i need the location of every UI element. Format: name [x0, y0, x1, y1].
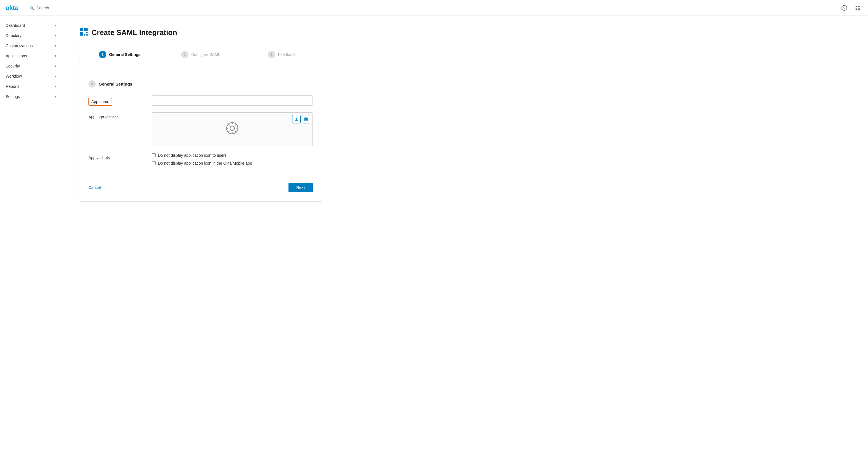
logo-upload-buttons	[292, 115, 310, 123]
svg-rect-3	[858, 6, 860, 7]
search-input[interactable]	[36, 6, 163, 10]
sidebar-item-customizations[interactable]: Customizations ▾	[0, 41, 62, 51]
sidebar-label-security: Security	[6, 64, 20, 68]
step-label-3: Feedback	[278, 52, 295, 57]
chevron-icon-applications: ▾	[55, 54, 56, 58]
step-num-2: 2	[181, 51, 188, 58]
checkbox-row-2: Do not display application icon in the O…	[152, 161, 313, 165]
sidebar-label-applications: Applications	[6, 54, 27, 58]
svg-rect-6	[80, 28, 83, 31]
chevron-icon-settings: ▾	[55, 95, 56, 99]
app-logo-field: App logo (optional)	[88, 113, 313, 146]
checkbox-label-1: Do not display application icon to users	[158, 153, 227, 158]
app-name-field: App name	[88, 95, 313, 106]
app-logo-optional: (optional)	[105, 115, 120, 119]
step-general-settings: 1 General Settings	[80, 46, 160, 63]
okta-logo: okta	[6, 4, 18, 11]
app-visibility-field: App visibility Do not display applicatio…	[88, 153, 313, 169]
main-layout: Dashboard ▾ Directory ▾ Customizations ▾…	[0, 16, 868, 475]
page-title: Create SAML Integration	[92, 28, 177, 37]
app-logo-input-col	[152, 113, 313, 146]
top-navigation: okta 🔍 ?	[0, 0, 868, 16]
sidebar-label-settings: Settings	[6, 94, 20, 99]
chevron-icon-dashboard: ▾	[55, 24, 56, 27]
sidebar: Dashboard ▾ Directory ▾ Customizations ▾…	[0, 16, 62, 475]
help-button[interactable]: ?	[840, 3, 849, 12]
form-actions: Cancel Next	[88, 177, 313, 192]
svg-rect-10	[84, 34, 85, 36]
sidebar-item-settings[interactable]: Settings ▾	[0, 92, 62, 102]
sidebar-item-reports[interactable]: Reports ▾	[0, 81, 62, 92]
svg-rect-5	[858, 8, 860, 10]
sidebar-label-directory: Directory	[6, 33, 22, 38]
app-visibility-checkboxes: Do not display application icon to users…	[152, 153, 313, 169]
search-bar[interactable]: 🔍	[26, 4, 167, 12]
svg-rect-7	[84, 28, 88, 31]
section-title-text: General Settings	[99, 82, 132, 87]
stepper: 1 General Settings 2 Configure SAML 3 Fe…	[79, 46, 322, 63]
section-number: 1	[88, 80, 96, 88]
checkbox-no-display-mobile[interactable]	[152, 161, 156, 165]
step-feedback: 3 Feedback	[241, 46, 322, 63]
logo-upload-area	[152, 113, 313, 146]
nav-icons: ?	[840, 3, 862, 12]
page-title-row: Create SAML Integration	[79, 27, 851, 38]
app-logo-label-col: App logo (optional)	[88, 113, 145, 119]
svg-rect-12	[305, 118, 307, 121]
chevron-icon-security: ▾	[55, 64, 56, 68]
app-visibility-label-col: App visibility	[88, 153, 145, 160]
svg-rect-8	[80, 32, 83, 36]
app-name-input-col	[152, 95, 313, 106]
svg-rect-4	[856, 8, 857, 10]
sidebar-label-customizations: Customizations	[6, 43, 33, 48]
svg-rect-9	[86, 34, 88, 36]
cancel-button[interactable]: Cancel	[88, 185, 101, 190]
step-label-1: General Settings	[109, 52, 141, 57]
step-label-2: Configure SAML	[191, 52, 220, 57]
sidebar-item-directory[interactable]: Directory ▾	[0, 31, 62, 41]
next-button[interactable]: Next	[288, 183, 313, 192]
app-name-label-col: App name	[88, 95, 145, 106]
svg-text:?: ?	[843, 6, 845, 10]
sidebar-label-reports: Reports	[6, 84, 20, 89]
sidebar-label-dashboard: Dashboard	[6, 23, 25, 28]
checkbox-label-2: Do not display application icon in the O…	[158, 161, 252, 165]
checkbox-row-1: Do not display application icon to users	[152, 153, 313, 158]
sidebar-item-applications[interactable]: Applications ▾	[0, 51, 62, 61]
app-name-input[interactable]	[152, 95, 313, 106]
chevron-icon-customizations: ▾	[55, 44, 56, 48]
form-section-title: 1 General Settings	[88, 80, 313, 88]
search-icon: 🔍	[29, 6, 34, 10]
app-logo-label: App logo	[88, 115, 104, 119]
page-title-icon	[79, 27, 88, 38]
logo-delete-button[interactable]	[302, 115, 310, 123]
svg-point-14	[230, 126, 235, 130]
sidebar-item-workflow[interactable]: Workflow ▾	[0, 71, 62, 81]
sidebar-label-workflow: Workflow	[6, 74, 22, 78]
app-name-label: App name	[88, 98, 112, 106]
logo-placeholder-icon	[225, 121, 239, 137]
step-configure-saml: 2 Configure SAML	[160, 46, 241, 63]
main-content: Create SAML Integration 1 General Settin…	[62, 16, 868, 475]
checkbox-no-display-users[interactable]	[152, 153, 156, 157]
sidebar-item-security[interactable]: Security ▾	[0, 61, 62, 71]
step-num-1: 1	[99, 51, 106, 58]
chevron-icon-reports: ▾	[55, 85, 56, 88]
sidebar-item-dashboard[interactable]: Dashboard ▾	[0, 20, 62, 31]
svg-rect-2	[856, 6, 857, 7]
svg-rect-11	[86, 32, 88, 33]
chevron-icon-directory: ▾	[55, 34, 56, 37]
app-visibility-label: App visibility	[88, 155, 110, 160]
grid-menu-button[interactable]	[853, 3, 862, 12]
chevron-icon-workflow: ▾	[55, 74, 56, 78]
logo-upload-button[interactable]	[292, 115, 301, 123]
step-num-3: 3	[268, 51, 275, 58]
form-card: 1 General Settings App name App logo (op…	[79, 71, 322, 202]
